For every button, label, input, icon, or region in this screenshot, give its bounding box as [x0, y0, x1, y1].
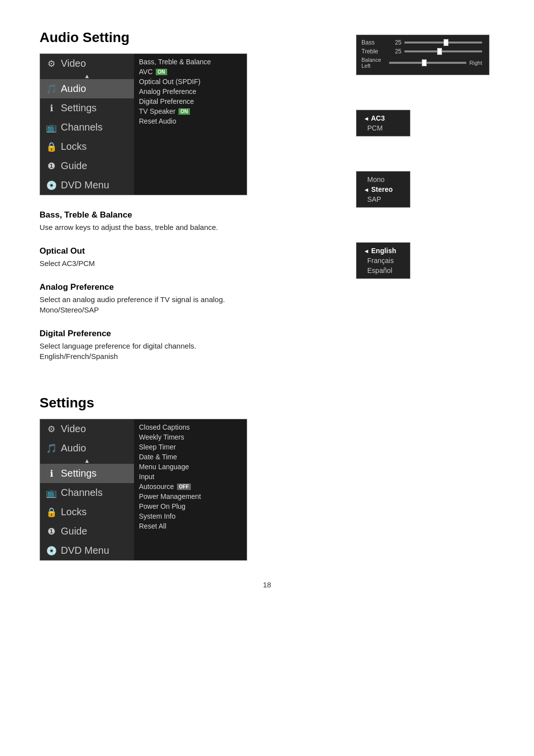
digital-pref-title: Digital Preference	[40, 329, 267, 339]
settings-right-item: Sleep Timer	[139, 442, 242, 452]
audio-right-item: Digital Preference	[139, 96, 242, 106]
menu-icon: 🔒	[46, 141, 57, 152]
settings-menu-item-guide[interactable]: ❶Guide	[40, 522, 134, 541]
analog-pref-desc2: Mono/Stereo/SAP	[40, 306, 267, 314]
settings-right-item: Input	[139, 472, 242, 482]
settings-right-item: Closed Captions	[139, 422, 242, 432]
settings-menu: ⚙Video🎵Audio▲ℹSettings📺Channels🔒Locks❶Gu…	[40, 419, 247, 561]
audio-menu-item-settings[interactable]: ℹSettings	[40, 98, 134, 118]
bass-treble-slider-box: Bass 25 Treble 25 Balance Left Right	[356, 35, 490, 75]
audio-menu-left: ⚙Video▲🎵AudioℹSettings📺Channels🔒Locks❶Gu…	[40, 54, 134, 195]
badge: ON	[156, 69, 167, 75]
audio-right-item: TV SpeakerON	[139, 106, 242, 116]
settings-menu-left: ⚙Video🎵Audio▲ℹSettings📺Channels🔒Locks❶Gu…	[40, 419, 134, 560]
badge: ON	[178, 108, 190, 115]
settings-menu-right: Closed CaptionsWeekly TimersSleep TimerD…	[134, 419, 247, 560]
audio-menu-item-audio[interactable]: 🎵Audio	[40, 79, 134, 98]
menu-icon: ⚙	[46, 58, 57, 69]
menu-icon: ℹ	[46, 103, 57, 114]
settings-menu-item-audio[interactable]: 🎵Audio	[40, 439, 134, 458]
audio-menu-item-video[interactable]: ⚙Video	[40, 54, 134, 73]
analog-pref-section: Analog Preference Select an analog audio…	[40, 282, 267, 314]
settings-right-item: Power On Plug	[139, 501, 242, 511]
settings-right-item: Weekly Timers	[139, 432, 242, 442]
optical-out-desc: Select AC3/PCM	[40, 259, 267, 267]
menu-icon: 📺	[46, 122, 57, 133]
optical-out-options: ◄ AC3 PCM	[356, 110, 410, 136]
optical-out-title: Optical Out	[40, 246, 267, 256]
digital-option[interactable]: ◄ English	[363, 246, 403, 256]
settings-icon: ❶	[46, 526, 57, 537]
settings-right-item: AutosourceOFF	[139, 482, 242, 491]
bass-treble-desc: Use arrow keys to adjust the bass, trebl…	[40, 223, 267, 231]
digital-pref-options: ◄ English Français Español	[356, 242, 410, 279]
analog-option[interactable]: ◄ Stereo	[363, 184, 403, 194]
audio-setting-menu: ⚙Video▲🎵AudioℹSettings📺Channels🔒Locks❶Gu…	[40, 53, 247, 195]
digital-pref-desc: Select language preference for digital c…	[40, 342, 267, 350]
audio-menu-item-channels[interactable]: 📺Channels	[40, 118, 134, 137]
audio-menu-right: Bass, Treble & BalanceAVCONOptical Out (…	[134, 54, 247, 195]
audio-menu-item-guide[interactable]: ❶Guide	[40, 156, 134, 176]
audio-right-item: Reset Audio	[139, 116, 242, 126]
settings-menu-item-locks[interactable]: 🔒Locks	[40, 502, 134, 522]
digital-pref-section: Digital Preference Select language prefe…	[40, 329, 267, 360]
settings-menu-item-video[interactable]: ⚙Video	[40, 419, 134, 439]
audio-right-item: Analog Preference	[139, 87, 242, 96]
settings-right-item: System Info	[139, 511, 242, 521]
settings-right-item: Date & Time	[139, 452, 242, 462]
settings-icon: ⚙	[46, 424, 57, 435]
settings-menu-item-channels[interactable]: 📺Channels	[40, 483, 134, 502]
bass-treble-section: Bass, Treble & Balance Use arrow keys to…	[40, 210, 267, 231]
audio-right-item: Bass, Treble & Balance	[139, 57, 242, 67]
digital-option[interactable]: Français	[363, 256, 403, 266]
audio-menu-item-dvd-menu[interactable]: 💿DVD Menu	[40, 176, 134, 195]
audio-right-item: Optical Out (SPDIF)	[139, 77, 242, 87]
settings-icon: 📺	[46, 488, 57, 498]
slider-row: Balance Left Right	[361, 57, 482, 69]
optical-out-section: Optical Out Select AC3/PCM	[40, 246, 267, 267]
settings-right-item: Reset All	[139, 521, 242, 531]
settings-icon: ℹ	[46, 468, 57, 479]
settings-icon: 💿	[46, 545, 57, 556]
audio-right-item: AVCON	[139, 67, 242, 77]
right-panels: Bass 25 Treble 25 Balance Left Right	[356, 30, 494, 279]
settings-menu-item-dvd-menu[interactable]: 💿DVD Menu	[40, 541, 134, 560]
settings-icon: 🔒	[46, 507, 57, 518]
digital-option[interactable]: Español	[363, 266, 403, 275]
menu-icon: 🎵	[46, 84, 57, 94]
analog-pref-options: Mono◄ Stereo SAP	[356, 171, 410, 208]
settings-right-item: Power Management	[139, 491, 242, 501]
analog-option[interactable]: Mono	[363, 175, 403, 184]
settings-icon: 🎵	[46, 443, 57, 454]
settings-menu-item-settings[interactable]: ℹSettings	[40, 464, 134, 483]
optical-option[interactable]: ◄ AC3	[363, 113, 403, 123]
menu-icon: 💿	[46, 180, 57, 191]
slider-row: Treble 25	[361, 48, 482, 55]
optical-option[interactable]: PCM	[363, 123, 403, 133]
analog-option[interactable]: SAP	[363, 194, 403, 204]
digital-pref-desc2: English/French/Spanish	[40, 352, 267, 360]
sections-left: Bass, Treble & Balance Use arrow keys to…	[40, 210, 267, 375]
badge-off: OFF	[177, 484, 191, 490]
analog-pref-title: Analog Preference	[40, 282, 267, 292]
settings-title: Settings	[40, 395, 494, 411]
analog-pref-desc: Select an analog audio preference if TV …	[40, 295, 267, 304]
slider-row: Bass 25	[361, 39, 482, 46]
audio-menu-item-locks[interactable]: 🔒Locks	[40, 137, 134, 156]
menu-icon: ❶	[46, 161, 57, 172]
settings-right-item: Menu Language	[139, 462, 242, 472]
bass-treble-title: Bass, Treble & Balance	[40, 210, 267, 220]
page-number: 18	[40, 580, 494, 589]
